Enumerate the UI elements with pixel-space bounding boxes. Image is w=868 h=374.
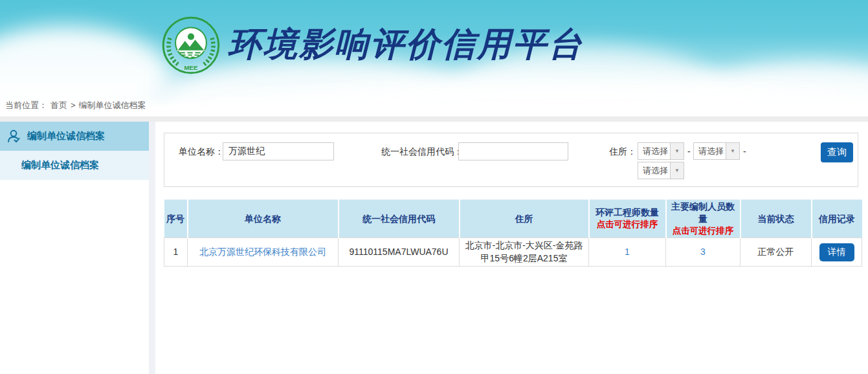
district-select-value: 请选择 — [638, 162, 670, 179]
sort-hint: 点击可进行排序 — [591, 219, 664, 230]
svg-text:MEE: MEE — [184, 64, 198, 71]
col-header-label: 当前状态 — [758, 214, 794, 224]
table-row: 1 北京万源世纪环保科技有限公司 91110115MA7LWUA76U 北京市-… — [164, 238, 862, 267]
col-header-status: 当前状态 — [740, 200, 812, 238]
breadcrumb-separator: > — [71, 100, 76, 110]
site-title: 环境影响评价信用平台 — [228, 22, 584, 67]
breadcrumb-label: 当前位置： — [5, 100, 47, 111]
col-header-label: 单位名称 — [245, 214, 281, 224]
cell-status: 正常公开 — [740, 238, 812, 267]
user-check-icon — [6, 129, 21, 144]
sidebar-subitem-unit-credit-archive[interactable]: 编制单位诚信档案 — [0, 151, 149, 180]
cell-index: 1 — [164, 238, 188, 267]
mee-logo-icon: MEE — [161, 16, 221, 75]
cell-address: 北京市-北京市-大兴区-金苑路甲15号6幢2层A215室 — [460, 238, 589, 267]
table-header-row: 序号 单位名称 统一社会信用代码 住所 环评工程师数量 点击可进行排序 主要编制… — [164, 200, 862, 238]
unit-name-link[interactable]: 北京万源世纪环保科技有限公司 — [199, 247, 326, 257]
sidebar: 编制单位诚信档案 编制单位诚信档案 — [0, 122, 149, 374]
detail-button[interactable]: 详情 — [819, 243, 854, 261]
credit-code-label: 统一社会信用代码： — [381, 142, 463, 160]
col-header-unit-name: 单位名称 — [188, 200, 339, 238]
unit-name-label: 单位名称： — [179, 142, 224, 160]
chevron-down-icon[interactable]: ▼ — [670, 162, 684, 179]
city-select[interactable]: 请选择 ▼ — [693, 142, 740, 160]
col-header-engineer-count-sortable[interactable]: 环评工程师数量 点击可进行排序 — [589, 200, 666, 238]
chevron-down-icon[interactable]: ▼ — [726, 143, 739, 159]
col-header-label: 住所 — [515, 214, 533, 224]
engineer-count-link[interactable]: 1 — [625, 247, 630, 257]
col-header-label: 信用记录 — [819, 214, 855, 224]
divider-band — [0, 116, 868, 122]
col-header-label: 序号 — [166, 214, 184, 224]
main-content: 单位名称： 统一社会信用代码： 住所： 请选择 ▼ - 请选择 ▼ - 请选择 … — [155, 122, 868, 374]
sidebar-item-label: 编制单位诚信档案 — [27, 130, 105, 142]
credit-code-input[interactable] — [458, 142, 568, 160]
province-select[interactable]: 请选择 ▼ — [638, 142, 684, 160]
province-select-value: 请选择 — [638, 143, 670, 159]
staff-count-link[interactable]: 3 — [700, 247, 706, 257]
search-panel: 单位名称： 统一社会信用代码： 住所： 请选择 ▼ - 请选择 ▼ - 请选择 … — [164, 133, 858, 187]
page: MEE 环境影响评价信用平台 当前位置： 首页 > 编制单位诚信档案 编制单位诚… — [0, 0, 868, 374]
query-button[interactable]: 查询 — [821, 142, 853, 162]
sidebar-content-divider — [149, 122, 155, 374]
col-header-label: 统一社会信用代码 — [362, 214, 435, 224]
col-header-label: 主要编制人员数量 — [671, 201, 735, 224]
cell-credit-code: 91110115MA7LWUA76U — [339, 238, 460, 267]
col-header-credit-record: 信用记录 — [812, 200, 862, 238]
sort-hint: 点击可进行排序 — [668, 225, 739, 237]
results-table: 序号 单位名称 统一社会信用代码 住所 环评工程师数量 点击可进行排序 主要编制… — [164, 199, 862, 267]
col-header-index: 序号 — [164, 200, 188, 238]
breadcrumb-current: 编制单位诚信档案 — [79, 100, 146, 111]
chevron-down-icon[interactable]: ▼ — [670, 143, 684, 159]
col-header-credit-code: 统一社会信用代码 — [339, 200, 460, 238]
dash-separator: - — [687, 142, 691, 160]
col-header-label: 环评工程师数量 — [595, 207, 659, 217]
city-select-value: 请选择 — [694, 143, 726, 159]
sidebar-item-unit-credit-archive[interactable]: 编制单位诚信档案 — [0, 122, 149, 151]
breadcrumb-home-link[interactable]: 首页 — [50, 100, 67, 111]
district-select[interactable]: 请选择 ▼ — [638, 162, 684, 179]
col-header-address: 住所 — [460, 200, 589, 238]
breadcrumb: 当前位置： 首页 > 编制单位诚信档案 — [0, 94, 868, 116]
address-label: 住所： — [609, 142, 636, 160]
sidebar-subitem-label: 编制单位诚信档案 — [21, 159, 99, 171]
unit-name-input[interactable] — [223, 142, 334, 160]
col-header-staff-count-sortable[interactable]: 主要编制人员数量 点击可进行排序 — [666, 200, 740, 238]
dash-separator: - — [743, 142, 746, 160]
